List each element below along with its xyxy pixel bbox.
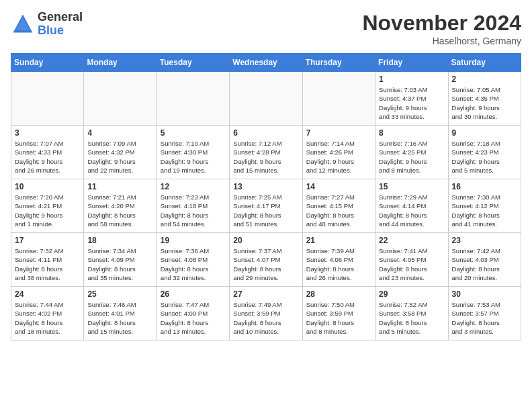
day-info: Sunrise: 7:32 AM Sunset: 4:11 PM Dayligh… [15,246,80,282]
day-info: Sunrise: 7:36 AM Sunset: 4:08 PM Dayligh… [161,246,226,282]
day-info: Sunrise: 7:44 AM Sunset: 4:02 PM Dayligh… [15,300,80,336]
calendar-cell: 20Sunrise: 7:37 AM Sunset: 4:07 PM Dayli… [230,233,302,287]
day-number: 16 [452,182,517,191]
day-number: 25 [87,289,152,299]
calendar-cell [302,72,375,126]
day-info: Sunrise: 7:37 AM Sunset: 4:07 PM Dayligh… [233,246,298,282]
logo: General Blue [11,11,83,38]
calendar-cell: 30Sunrise: 7:53 AM Sunset: 3:57 PM Dayli… [448,287,521,340]
day-info: Sunrise: 7:09 AM Sunset: 4:32 PM Dayligh… [87,139,152,175]
calendar-cell: 12Sunrise: 7:23 AM Sunset: 4:18 PM Dayli… [157,179,229,233]
day-number: 29 [379,289,444,299]
logo-general-text: General [38,11,83,24]
day-number: 18 [87,236,152,245]
calendar-cell: 17Sunrise: 7:32 AM Sunset: 4:11 PM Dayli… [11,233,84,287]
day-info: Sunrise: 7:52 AM Sunset: 3:58 PM Dayligh… [379,300,444,336]
calendar-cell: 1Sunrise: 7:03 AM Sunset: 4:37 PM Daylig… [375,72,448,126]
day-info: Sunrise: 7:46 AM Sunset: 4:01 PM Dayligh… [87,300,152,336]
calendar-cell [84,72,157,126]
day-info: Sunrise: 7:30 AM Sunset: 4:12 PM Dayligh… [452,193,517,228]
day-number: 22 [379,236,444,245]
day-number: 17 [15,236,80,245]
weekday-header: Saturday [448,54,521,72]
calendar-cell: 15Sunrise: 7:29 AM Sunset: 4:14 PM Dayli… [375,179,448,233]
day-number: 20 [233,236,298,245]
weekday-header: Sunday [11,54,84,72]
calendar-cell: 23Sunrise: 7:42 AM Sunset: 4:03 PM Dayli… [448,233,521,287]
day-info: Sunrise: 7:14 AM Sunset: 4:26 PM Dayligh… [306,139,371,175]
day-info: Sunrise: 7:12 AM Sunset: 4:28 PM Dayligh… [233,139,298,175]
day-info: Sunrise: 7:49 AM Sunset: 3:59 PM Dayligh… [233,300,298,336]
logo-blue-text: Blue [38,24,83,38]
day-number: 21 [306,236,371,245]
day-info: Sunrise: 7:53 AM Sunset: 3:57 PM Dayligh… [452,300,517,336]
day-number: 6 [233,128,298,138]
day-number: 19 [161,236,226,245]
weekday-header: Thursday [302,54,375,72]
day-number: 27 [233,289,298,299]
day-number: 14 [306,182,371,191]
weekday-header: Tuesday [157,54,229,72]
day-info: Sunrise: 7:34 AM Sunset: 4:09 PM Dayligh… [87,246,152,282]
calendar-cell: 18Sunrise: 7:34 AM Sunset: 4:09 PM Dayli… [84,233,157,287]
day-info: Sunrise: 7:27 AM Sunset: 4:15 PM Dayligh… [306,193,371,228]
calendar-cell [230,72,302,126]
day-number: 23 [452,236,517,245]
calendar-table: SundayMondayTuesdayWednesdayThursdayFrid… [11,53,521,340]
calendar-cell: 22Sunrise: 7:41 AM Sunset: 4:05 PM Dayli… [375,233,448,287]
calendar-cell: 11Sunrise: 7:21 AM Sunset: 4:20 PM Dayli… [84,179,157,233]
day-info: Sunrise: 7:20 AM Sunset: 4:21 PM Dayligh… [15,193,80,228]
location: Haselhorst, Germany [362,36,521,46]
day-number: 7 [306,128,371,138]
day-info: Sunrise: 7:42 AM Sunset: 4:03 PM Dayligh… [452,246,517,282]
calendar-cell: 6Sunrise: 7:12 AM Sunset: 4:28 PM Daylig… [230,126,302,179]
day-number: 12 [161,182,226,191]
calendar-cell: 21Sunrise: 7:39 AM Sunset: 4:06 PM Dayli… [302,233,375,287]
page-header: General Blue November 2024 Haselhorst, G… [11,11,521,46]
calendar-cell: 13Sunrise: 7:25 AM Sunset: 4:17 PM Dayli… [230,179,302,233]
day-number: 26 [161,289,226,299]
weekday-header: Monday [84,54,157,72]
day-number: 2 [452,75,517,84]
day-number: 9 [452,128,517,138]
day-number: 28 [306,289,371,299]
month-title: November 2024 [362,11,521,36]
calendar-cell: 16Sunrise: 7:30 AM Sunset: 4:12 PM Dayli… [448,179,521,233]
day-number: 4 [87,128,152,138]
calendar-cell: 25Sunrise: 7:46 AM Sunset: 4:01 PM Dayli… [84,287,157,340]
day-info: Sunrise: 7:50 AM Sunset: 3:59 PM Dayligh… [306,300,371,336]
calendar-cell: 14Sunrise: 7:27 AM Sunset: 4:15 PM Dayli… [302,179,375,233]
day-info: Sunrise: 7:21 AM Sunset: 4:20 PM Dayligh… [87,193,152,228]
day-info: Sunrise: 7:39 AM Sunset: 4:06 PM Dayligh… [306,246,371,282]
day-info: Sunrise: 7:25 AM Sunset: 4:17 PM Dayligh… [233,193,298,228]
day-number: 24 [15,289,80,299]
day-info: Sunrise: 7:07 AM Sunset: 4:33 PM Dayligh… [15,139,80,175]
calendar-cell: 26Sunrise: 7:47 AM Sunset: 4:00 PM Dayli… [157,287,229,340]
day-number: 13 [233,182,298,191]
calendar-cell: 28Sunrise: 7:50 AM Sunset: 3:59 PM Dayli… [302,287,375,340]
day-number: 3 [15,128,80,138]
day-info: Sunrise: 7:23 AM Sunset: 4:18 PM Dayligh… [161,193,226,228]
day-number: 5 [161,128,226,138]
day-info: Sunrise: 7:29 AM Sunset: 4:14 PM Dayligh… [379,193,444,228]
weekday-header: Wednesday [230,54,302,72]
day-number: 30 [452,289,517,299]
day-number: 10 [15,182,80,191]
calendar-cell: 9Sunrise: 7:18 AM Sunset: 4:23 PM Daylig… [448,126,521,179]
day-info: Sunrise: 7:16 AM Sunset: 4:25 PM Dayligh… [379,139,444,175]
day-info: Sunrise: 7:03 AM Sunset: 4:37 PM Dayligh… [379,85,444,121]
day-info: Sunrise: 7:05 AM Sunset: 4:35 PM Dayligh… [452,85,517,121]
calendar-cell: 2Sunrise: 7:05 AM Sunset: 4:35 PM Daylig… [448,72,521,126]
calendar-cell [11,72,84,126]
day-info: Sunrise: 7:18 AM Sunset: 4:23 PM Dayligh… [452,139,517,175]
calendar-cell: 7Sunrise: 7:14 AM Sunset: 4:26 PM Daylig… [302,126,375,179]
calendar-cell: 4Sunrise: 7:09 AM Sunset: 4:32 PM Daylig… [84,126,157,179]
day-number: 15 [379,182,444,191]
day-number: 11 [87,182,152,191]
calendar-cell: 24Sunrise: 7:44 AM Sunset: 4:02 PM Dayli… [11,287,84,340]
calendar-cell: 19Sunrise: 7:36 AM Sunset: 4:08 PM Dayli… [157,233,229,287]
calendar-cell: 5Sunrise: 7:10 AM Sunset: 4:30 PM Daylig… [157,126,229,179]
title-block: November 2024 Haselhorst, Germany [362,11,521,46]
logo-icon [11,12,35,36]
day-info: Sunrise: 7:47 AM Sunset: 4:00 PM Dayligh… [161,300,226,336]
